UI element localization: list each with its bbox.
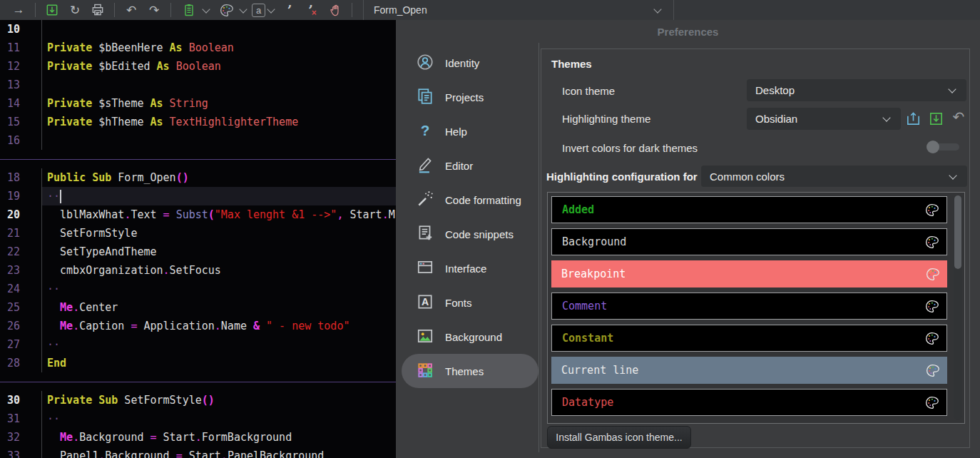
sidebar-item-interface[interactable]: Interface bbox=[402, 251, 539, 285]
sidebar-item-help[interactable]: ? Help bbox=[402, 114, 539, 148]
code-text: Me.Caption = Application.Name & " - new … bbox=[42, 317, 396, 335]
export-theme-button[interactable] bbox=[904, 109, 922, 128]
run-until-icon[interactable]: → bbox=[9, 1, 28, 19]
code-line[interactable]: 27·· bbox=[0, 335, 396, 354]
highlighting-config-dropdown[interactable]: Common colors bbox=[701, 166, 967, 187]
sidebar-item-label: Fonts bbox=[445, 297, 472, 309]
code-line[interactable]: 14Private $sTheme As String bbox=[0, 94, 396, 113]
sidebar-item-projects[interactable]: Projects bbox=[402, 80, 539, 114]
line-number: 20 bbox=[0, 205, 42, 224]
sidebar-item-label: Background bbox=[445, 331, 502, 343]
code-line[interactable]: 18Public Sub Form_Open() bbox=[0, 168, 396, 187]
sidebar-item-label: Themes bbox=[445, 365, 484, 377]
procedure-list-button[interactable] bbox=[178, 1, 212, 19]
code-line[interactable]: 16 bbox=[0, 131, 396, 150]
install-icon-theme-button[interactable]: Install Gambas icon theme... bbox=[547, 426, 691, 449]
invert-colors-toggle[interactable] bbox=[927, 141, 961, 153]
color-item-current-line[interactable]: Current line bbox=[551, 357, 947, 384]
procedure-combobox[interactable]: Form_Open bbox=[363, 0, 674, 20]
sidebar-item-background[interactable]: Background bbox=[402, 320, 539, 354]
code-line[interactable]: 30Private Sub SetFormStyle() bbox=[0, 391, 396, 409]
save-icon[interactable] bbox=[43, 1, 61, 19]
line-number: 14 bbox=[0, 94, 42, 113]
code-text: Private $hTheme As TextHighlighterTheme bbox=[42, 113, 396, 131]
color-item-breakpoint[interactable]: Breakpoint bbox=[551, 260, 947, 287]
line-number: 32 bbox=[0, 428, 42, 447]
code-line[interactable]: 19·· bbox=[0, 187, 396, 205]
code-line[interactable]: 12Private $bEdited As Boolean bbox=[0, 57, 396, 76]
highlighting-theme-value: Obsidian bbox=[755, 113, 797, 125]
palette-icon[interactable] bbox=[924, 395, 939, 410]
color-list-rows: AddedBackgroundBreakpointCommentConstant… bbox=[551, 196, 947, 423]
sidebar-item-editor[interactable]: Editor bbox=[402, 148, 539, 183]
import-theme-button[interactable] bbox=[927, 109, 945, 128]
icon-theme-dropdown[interactable]: Desktop bbox=[747, 79, 966, 101]
code-line[interactable]: 28End bbox=[0, 354, 396, 372]
code-line[interactable]: 10 bbox=[0, 20, 396, 39]
code-line[interactable]: 25 Me.Center bbox=[0, 298, 396, 317]
scrollbar-thumb[interactable] bbox=[954, 195, 961, 269]
case-menu-button[interactable]: a bbox=[252, 4, 277, 17]
code-line[interactable]: 24·· bbox=[0, 280, 396, 298]
preferences-dialog: Preferences Identity Projects ? Help Edi… bbox=[396, 20, 980, 458]
undo-icon[interactable]: ↶ bbox=[122, 1, 141, 19]
chevron-down-icon bbox=[202, 5, 210, 13]
revert-theme-button[interactable]: ↶ bbox=[949, 108, 968, 126]
code-text bbox=[42, 131, 396, 150]
highlight-menu-button[interactable] bbox=[215, 1, 249, 19]
icon-theme-value: Desktop bbox=[755, 84, 795, 96]
palette-icon[interactable] bbox=[924, 299, 939, 314]
comment-icon[interactable]: ’ bbox=[280, 1, 299, 19]
svg-text:A: A bbox=[422, 296, 429, 307]
code-line[interactable]: 20 lblMaxWhat.Text = Subst("Max lenght &… bbox=[0, 205, 396, 224]
uncomment-icon[interactable]: ’× bbox=[303, 1, 322, 19]
palette-icon[interactable] bbox=[924, 331, 939, 346]
palette-icon[interactable] bbox=[925, 267, 940, 282]
icon-theme-label: Icon theme bbox=[562, 85, 615, 97]
palette-icon[interactable] bbox=[924, 203, 939, 218]
line-number: 30 bbox=[0, 391, 42, 409]
sidebar-item-code-snippets[interactable]: Code snippets bbox=[402, 217, 539, 251]
code-text: Private $bEdited As Boolean bbox=[42, 57, 396, 76]
redo-icon[interactable]: ↷ bbox=[145, 1, 163, 19]
reload-icon[interactable]: ↻ bbox=[66, 1, 84, 19]
themes-header: Themes bbox=[551, 58, 592, 70]
code-line[interactable]: 22 SetTypeAndTheme bbox=[0, 243, 396, 261]
code-line[interactable]: 31·· bbox=[0, 409, 396, 428]
sidebar-item-label: Projects bbox=[445, 91, 484, 103]
sidebar-item-themes[interactable]: Themes bbox=[402, 354, 539, 388]
breakpoint-hand-icon[interactable] bbox=[326, 1, 344, 19]
line-number: 26 bbox=[0, 317, 42, 335]
code-line[interactable]: 13 bbox=[0, 76, 396, 94]
sidebar-item-identity[interactable]: Identity bbox=[402, 46, 539, 80]
color-item-datatype[interactable]: Datatype bbox=[551, 389, 947, 416]
highlighting-theme-dropdown[interactable]: Obsidian bbox=[747, 108, 901, 130]
chevron-down-icon bbox=[653, 5, 661, 13]
code-line[interactable]: 11Private $bBeenHere As Boolean bbox=[0, 39, 396, 57]
palette-icon bbox=[217, 1, 235, 19]
palette-icon[interactable] bbox=[924, 235, 939, 250]
color-item-label: Datatype bbox=[562, 396, 613, 409]
code-line[interactable]: 21 SetFormStyle bbox=[0, 224, 396, 243]
code-text: Public Sub Form_Open() bbox=[42, 168, 396, 187]
code-text: ·· bbox=[42, 280, 396, 298]
code-line[interactable]: 26 Me.Caption = Application.Name & " - n… bbox=[0, 317, 396, 335]
code-line[interactable]: 15Private $hTheme As TextHighlighterThem… bbox=[0, 113, 396, 131]
scrollbar[interactable] bbox=[954, 195, 962, 420]
sidebar-item-label: Identity bbox=[445, 57, 479, 69]
color-item-comment[interactable]: Comment bbox=[551, 292, 947, 320]
color-item-constant[interactable]: Constant bbox=[551, 325, 947, 352]
color-item-added[interactable]: Added bbox=[551, 196, 947, 223]
sidebar-item-code-formatting[interactable]: Code formatting bbox=[402, 183, 539, 217]
code-line[interactable]: 33 Panel1.Background = Start.PanelBackgr… bbox=[0, 447, 396, 458]
code-line[interactable]: 32 Me.Background = Start.FormBackground bbox=[0, 428, 396, 447]
print-icon[interactable] bbox=[88, 1, 107, 19]
code-lines: 1011Private $bBeenHere As Boolean12Priva… bbox=[0, 20, 396, 458]
window-icon bbox=[416, 258, 434, 279]
code-line[interactable]: 23 cmbxOrganization.SetFocus bbox=[0, 261, 396, 280]
sidebar-item-fonts[interactable]: A Fonts bbox=[402, 285, 539, 320]
color-item-background[interactable]: Background bbox=[551, 228, 947, 255]
code-editor[interactable]: 1011Private $bBeenHere As Boolean12Priva… bbox=[0, 20, 396, 458]
line-number: 27 bbox=[0, 335, 42, 354]
palette-icon[interactable] bbox=[925, 363, 940, 378]
